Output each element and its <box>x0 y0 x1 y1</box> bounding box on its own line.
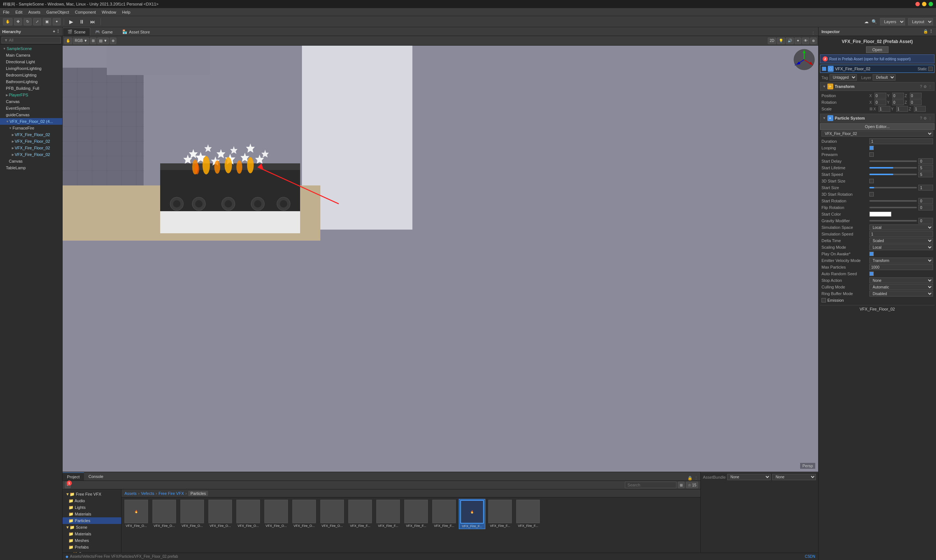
tab-assetstore[interactable]: 🏪Asset Store <box>117 28 155 36</box>
toolbar-rotate-btn[interactable]: ↻ <box>23 18 32 25</box>
transform-help[interactable]: ? <box>920 85 922 89</box>
startrot-slider[interactable] <box>869 200 917 202</box>
proj-free-fire[interactable]: ▼📁 Free Fire VFX <box>63 491 121 497</box>
project-add-btn[interactable]: + 1 <box>65 482 71 488</box>
playonawake-checkbox[interactable] <box>869 252 874 256</box>
light-toggle[interactable]: 💡 <box>777 37 785 44</box>
move-tool[interactable]: ⊕ <box>110 37 116 44</box>
emission-checkbox[interactable] <box>822 298 826 302</box>
project-menu-icon[interactable]: ⋮ <box>694 476 698 480</box>
tab-console[interactable]: Console <box>84 472 108 480</box>
startlifetime-input[interactable] <box>918 165 933 171</box>
pos-z-input[interactable] <box>910 93 922 98</box>
file-item-5[interactable]: VFX_Fire_O... <box>263 499 290 529</box>
transform-header[interactable]: ▼ ⟳ Transform ? ⚙ ⋮ <box>820 82 934 91</box>
h-item-vfx2[interactable]: ▶VFX_Fire_Floor_02 <box>0 138 62 145</box>
scale-x-input[interactable] <box>879 106 890 112</box>
toolbar-rect-btn[interactable]: ▣ <box>43 18 51 25</box>
hand-tool[interactable]: ✋ <box>64 37 72 44</box>
tag-select[interactable]: Untagged <box>830 74 857 81</box>
2d-toggle[interactable]: 2D <box>768 37 776 44</box>
h-item-vfx4[interactable]: ▶VFX_Fire_Floor_02 <box>0 151 62 158</box>
gravity-slider[interactable] <box>869 220 917 222</box>
play-button[interactable]: ▶ <box>67 18 76 25</box>
transform-settings[interactable]: ⚙ <box>924 85 927 89</box>
simspace-select[interactable]: Local <box>869 225 933 230</box>
inspector-lock-icon[interactable]: 🔒 <box>923 29 928 34</box>
file-item-11[interactable]: VFX_Fire_F... <box>431 499 457 529</box>
file-item-3[interactable]: VFX_Fire_O... <box>207 499 233 529</box>
h-item-pfb[interactable]: PFB_Building_Full <box>0 85 62 92</box>
search-icon[interactable]: 🔍 <box>871 19 877 24</box>
menu-assets[interactable]: Assets <box>28 10 40 14</box>
particle-system-header[interactable]: ▼ ✦ Particle System ? ⚙ ⋮ <box>820 114 934 123</box>
startlifetime-slider[interactable] <box>869 167 917 169</box>
open-button[interactable]: Open <box>866 46 888 53</box>
h-item-vfx3[interactable]: ▶VFX_Fire_Floor_02 <box>0 145 62 151</box>
gravity-input[interactable] <box>918 218 933 224</box>
object-active-checkbox[interactable] <box>822 66 826 71</box>
toolbar-transform-btn[interactable]: ✋ <box>3 18 12 25</box>
proj-audio[interactable]: 📁 Audio <box>63 497 121 504</box>
project-view-btn[interactable]: ⊞ <box>678 482 685 488</box>
file-item-14[interactable]: VFX_Fire_F... <box>515 499 541 529</box>
proj-scene[interactable]: ▼📁 Scene <box>63 524 121 531</box>
menu-gameobject[interactable]: GameObject <box>46 10 69 14</box>
startsize-slider[interactable] <box>869 187 917 188</box>
startcolor-swatch[interactable] <box>869 212 891 217</box>
h-item-furnacefire[interactable]: ▼FurnaceFire <box>0 125 62 131</box>
static-checkbox[interactable] <box>928 66 933 71</box>
open-editor-btn[interactable]: Open Editor... <box>820 123 934 130</box>
rot-y-input[interactable] <box>892 99 904 105</box>
toolbar-move-btn[interactable]: ✤ <box>14 18 22 25</box>
pause-button[interactable]: ⏸ <box>77 18 86 25</box>
simspeed-input[interactable] <box>869 231 933 237</box>
startsize-input[interactable] <box>918 185 933 191</box>
file-item-2[interactable]: VFX_Fire_O... <box>179 499 205 529</box>
file-item-9[interactable]: VFX_Fire_F... <box>375 499 401 529</box>
h-item-samplescene[interactable]: ▼SampleScene <box>0 45 62 52</box>
3d-startsize-checkbox[interactable] <box>869 179 874 183</box>
stopaction-select[interactable]: None <box>869 277 933 283</box>
proj-meshes[interactable]: 📁 Meshes <box>63 537 121 544</box>
audio-toggle[interactable]: 🔊 <box>786 37 794 44</box>
hierarchy-search[interactable] <box>2 37 61 43</box>
ps-help[interactable]: ? <box>920 116 922 120</box>
h-item-tablelamp[interactable]: TableLamp <box>0 165 62 171</box>
file-item-0[interactable]: 🔥 VFX_Fire_O... <box>123 499 150 529</box>
ringbuffer-select[interactable]: Disabled <box>869 291 933 297</box>
autorandseed-checkbox[interactable] <box>869 272 874 276</box>
startrot-input[interactable] <box>918 198 933 204</box>
scale-z-input[interactable] <box>914 106 926 112</box>
ps-settings[interactable]: ⚙ <box>924 116 927 120</box>
scene-menu-icon[interactable]: ⋮ <box>811 31 815 36</box>
rgb-mode[interactable]: RGB ▼ <box>73 37 89 44</box>
file-item-1[interactable]: VFX_Fire_O... <box>151 499 177 529</box>
project-search[interactable] <box>625 482 676 488</box>
pos-y-input[interactable] <box>892 93 904 98</box>
tab-game[interactable]: 🎮Game <box>90 28 117 36</box>
h-item-bathroom[interactable]: BathroomLighting <box>0 78 62 85</box>
asset-bundle-select2[interactable]: None <box>772 474 816 480</box>
cullingmode-select[interactable]: Automatic <box>869 284 933 290</box>
effects-toggle[interactable]: ✦ <box>795 37 801 44</box>
overlay-toggle[interactable]: ⊕ <box>810 37 817 44</box>
layers-dropdown[interactable]: Layers <box>880 18 905 25</box>
h-item-vfx-root[interactable]: ▼VFX_Fire_Floor_02 (4... <box>0 118 62 125</box>
tab-scene[interactable]: 🎬Scene <box>63 28 90 36</box>
proj-prefabs[interactable]: 📁 Prefabs <box>63 544 121 551</box>
hidden-toggle[interactable]: 👁 <box>802 37 810 44</box>
menu-window[interactable]: Window <box>102 10 116 14</box>
file-item-4[interactable]: VFX_Fire_O... <box>235 499 261 529</box>
menu-component[interactable]: Component <box>75 10 96 14</box>
close-btn[interactable] <box>915 2 920 6</box>
scalingmode-select[interactable]: Local <box>869 244 933 250</box>
prewarm-checkbox[interactable] <box>869 152 874 157</box>
tab-project[interactable]: Project <box>63 472 84 480</box>
transform-menu[interactable]: ⋮ <box>928 85 932 89</box>
proj-scene-materials[interactable]: 📁 Materials <box>63 531 121 537</box>
maximize-btn[interactable] <box>928 2 933 6</box>
file-item-8[interactable]: VFX_Fire_F... <box>347 499 373 529</box>
file-item-selected[interactable]: 🔥 VFX_Fire_F... <box>459 499 485 529</box>
scene-grid[interactable]: ⊞ <box>90 37 97 44</box>
